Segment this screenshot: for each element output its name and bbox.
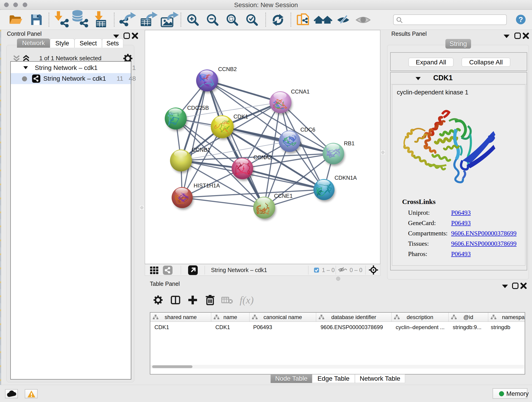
svg-text:CDK1: CDK1 [234, 114, 248, 120]
svg-text:CDC6: CDC6 [300, 127, 315, 133]
svg-text:CDC25B: CDC25B [187, 105, 209, 111]
svg-text:RB1: RB1 [344, 140, 355, 147]
svg-text:?: ? [519, 15, 523, 24]
svg-text:CCNB1: CCNB1 [192, 147, 210, 153]
svg-text:HIST1H1A: HIST1H1A [194, 182, 220, 189]
svg-text:CCNB2: CCNB2 [218, 66, 237, 72]
svg-text:CCNA1: CCNA1 [291, 89, 310, 95]
svg-text:CCNE1: CCNE1 [274, 193, 293, 199]
svg-text:CDKN1A: CDKN1A [335, 175, 357, 181]
svg-text:CCNA2: CCNA2 [253, 154, 272, 160]
